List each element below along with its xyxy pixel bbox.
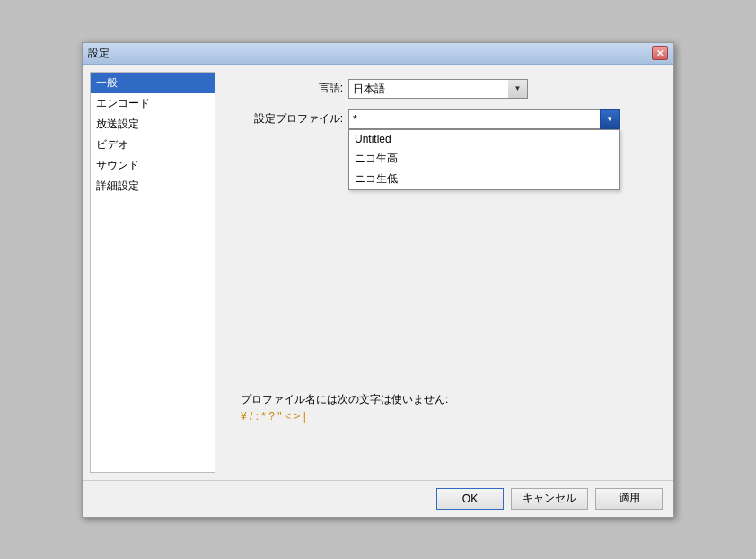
profile-dropdown-list: Untitled ニコ生高 ニコ生低 (348, 129, 620, 190)
info-chars: ¥ / : * ? " < > | (241, 410, 306, 423)
language-row: 言語: 日本語 (241, 79, 655, 99)
title-bar: 設定 ✕ (83, 43, 673, 65)
language-select[interactable]: 日本語 (348, 79, 528, 99)
profile-label: 設定プロファイル: (241, 111, 348, 127)
main-content: 言語: 日本語 設定プロファイル: Untitled ニコ生 (223, 65, 673, 480)
info-line2: ¥ / : * ? " < > | (241, 408, 448, 425)
ok-button[interactable]: OK (436, 488, 504, 510)
profile-dropdown-button[interactable] (600, 109, 620, 129)
sidebar: 一般 エンコード 放送設定 ビデオ サウンド 詳細設定 (90, 72, 215, 473)
sidebar-item-sound[interactable]: サウンド (91, 155, 215, 176)
profile-input[interactable] (348, 109, 600, 129)
language-control: 日本語 (348, 79, 528, 99)
dialog-footer: OK キャンセル 適用 (83, 480, 673, 517)
profile-option-niko-high[interactable]: ニコ生高 (349, 148, 619, 169)
language-label: 言語: (241, 81, 348, 96)
profile-option-untitled[interactable]: Untitled (349, 130, 619, 148)
sidebar-item-video[interactable]: ビデオ (91, 135, 215, 155)
info-line1: プロファイル名には次の文字は使いません: (241, 391, 448, 408)
close-button[interactable]: ✕ (652, 46, 668, 60)
info-text: プロファイル名には次の文字は使いません: ¥ / : * ? " < > | (241, 391, 448, 425)
profile-input-wrap: Untitled ニコ生高 ニコ生低 (348, 109, 620, 129)
apply-button[interactable]: 適用 (595, 488, 663, 510)
profile-row: 設定プロファイル: Untitled ニコ生高 ニコ生低 (241, 109, 655, 129)
sidebar-item-encode[interactable]: エンコード (91, 93, 215, 114)
sidebar-item-broadcast[interactable]: 放送設定 (91, 114, 215, 135)
sidebar-item-advanced[interactable]: 詳細設定 (91, 176, 215, 197)
sidebar-item-general[interactable]: 一般 (91, 73, 215, 93)
dialog-title: 設定 (88, 46, 110, 61)
settings-dialog: 設定 ✕ 一般 エンコード 放送設定 ビデオ サウンド 詳細設定 言語: 日本語 (82, 42, 674, 518)
cancel-button[interactable]: キャンセル (511, 488, 588, 510)
dialog-body: 一般 エンコード 放送設定 ビデオ サウンド 詳細設定 言語: 日本語 設定プ (83, 65, 673, 480)
profile-option-niko-low[interactable]: ニコ生低 (349, 169, 619, 189)
